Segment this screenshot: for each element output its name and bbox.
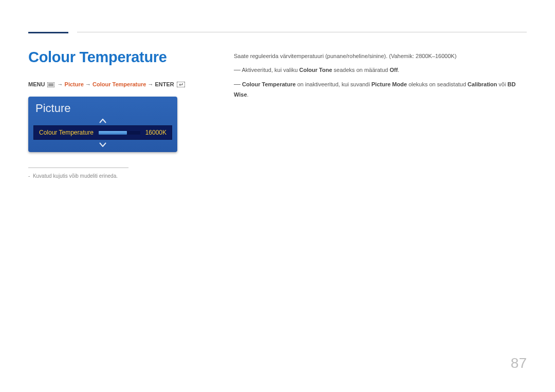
section-marker bbox=[28, 32, 68, 33]
note2-colour-temperature: Colour Temperature bbox=[242, 81, 295, 87]
caption-text: Kuvatud kujutis võib mudeliti erineda. bbox=[33, 173, 118, 179]
osd-item-value: 16000K bbox=[145, 129, 166, 136]
illustration-caption: - Kuvatud kujutis võib mudeliti erineda. bbox=[28, 173, 527, 179]
osd-item-label: Colour Temperature bbox=[39, 129, 94, 136]
note2-part-b: on inaktiveeritud, kui suvandi bbox=[295, 81, 371, 87]
caption-divider bbox=[28, 167, 128, 168]
page-number: 87 bbox=[511, 355, 527, 371]
note-dash-icon: ― bbox=[234, 66, 240, 73]
breadcrumb-menu: MENU bbox=[28, 81, 45, 87]
nav-down-icon[interactable] bbox=[28, 142, 177, 147]
caption-dash: - bbox=[28, 173, 33, 179]
note-dash-icon: ― bbox=[234, 80, 240, 88]
header-divider bbox=[77, 32, 527, 32]
note2-part-d: olekuks on seadistatud bbox=[407, 81, 468, 87]
breadcrumb-picture: Picture bbox=[65, 81, 84, 87]
breadcrumb-arrow: → bbox=[147, 81, 153, 87]
note2-part-f: või bbox=[497, 81, 507, 87]
note-line-1: ― Aktiveeritud, kui valiku Colour Tone s… bbox=[234, 64, 527, 76]
osd-menu-title: Picture bbox=[28, 97, 177, 118]
menu-icon bbox=[47, 82, 54, 87]
note2-picture-mode: Picture Mode bbox=[372, 81, 407, 87]
note2-calibration: Calibration bbox=[468, 81, 497, 87]
enter-icon bbox=[177, 82, 185, 87]
note-line-2: ― Colour Temperature on inaktiveeritud, … bbox=[234, 79, 527, 100]
right-column: Saate reguleerida värvitemperatuuri (pun… bbox=[234, 51, 527, 100]
note2-part-h: . bbox=[247, 91, 249, 98]
osd-slider-fill bbox=[99, 131, 127, 135]
note1-part-a: Aktiveeritud, kui valiku bbox=[242, 67, 299, 73]
description-text: Saate reguleerida värvitemperatuuri (pun… bbox=[234, 51, 527, 61]
breadcrumb-arrow: → bbox=[85, 81, 91, 87]
note1-off: Off bbox=[390, 67, 398, 73]
breadcrumb-colour-temperature: Colour Temperature bbox=[92, 81, 146, 87]
breadcrumb-arrow: → bbox=[58, 81, 63, 87]
osd-item-colour-temperature[interactable]: Colour Temperature 16000K bbox=[33, 125, 172, 140]
note1-part-c: seadeks on määratud bbox=[332, 67, 390, 73]
osd-menu: Picture Colour Temperature 16000K bbox=[28, 97, 177, 152]
note1-colour-tone: Colour Tone bbox=[299, 67, 332, 73]
breadcrumb-enter: ENTER bbox=[155, 81, 174, 87]
note1-part-e: . bbox=[398, 67, 399, 73]
osd-slider[interactable] bbox=[99, 131, 140, 135]
nav-up-icon[interactable] bbox=[28, 118, 177, 123]
